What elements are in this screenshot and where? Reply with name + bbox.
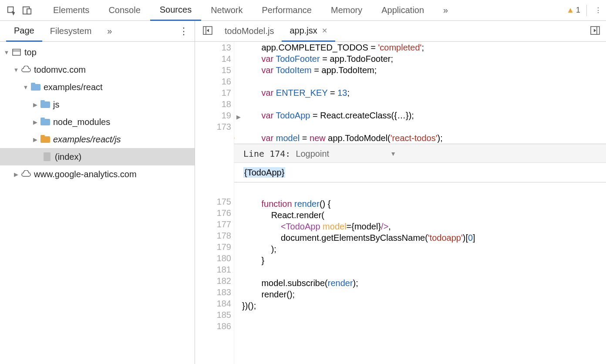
- tree-item-file[interactable]: (index): [0, 148, 195, 165]
- line-number[interactable]: 173: [195, 121, 231, 132]
- cloud-icon: [21, 170, 31, 179]
- line-number[interactable]: 176: [195, 207, 231, 219]
- code-line[interactable]: );: [234, 243, 606, 255]
- logpoint-type-label: Logpoint: [296, 149, 329, 159]
- line-number[interactable]: 181: [195, 264, 231, 275]
- line-number[interactable]: 13: [195, 42, 231, 53]
- fold-marker-icon[interactable]: ▶: [236, 111, 241, 123]
- tree-item-folder[interactable]: ▶ js: [0, 96, 195, 113]
- line-number[interactable]: 178: [195, 230, 231, 241]
- line-number[interactable]: 179: [195, 241, 231, 253]
- code-line[interactable]: <TodoApp model={model}/>,: [234, 221, 606, 232]
- tree-item-top[interactable]: ▼ top: [0, 44, 195, 61]
- navigator-kebab-icon[interactable]: ⋮: [173, 26, 195, 37]
- tab-application[interactable]: Application: [372, 0, 434, 21]
- toggle-navigator-icon[interactable]: [199, 26, 217, 37]
- gutter[interactable]: 13141516171819▶1731741751761771781791801…: [195, 42, 234, 364]
- tree-label: (index): [55, 152, 81, 162]
- window-icon: [11, 48, 22, 57]
- code-lines[interactable]: app.COMPLETED_TODOS = 'completed'; var T…: [234, 42, 606, 364]
- tab-more[interactable]: »: [434, 0, 458, 21]
- line-number[interactable]: 180: [195, 253, 231, 264]
- code-line[interactable]: document.getElementsByClassName('todoapp…: [234, 232, 606, 243]
- chevron-down-icon: ▼: [390, 150, 396, 157]
- tree-label: js: [53, 100, 59, 110]
- file-tab-label: todoModel.js: [225, 26, 274, 36]
- warning-count: 1: [576, 6, 580, 15]
- tree-item-folder[interactable]: ▼ examples/react: [0, 78, 195, 96]
- code-line[interactable]: var TodoFooter = app.TodoFooter;: [234, 53, 606, 64]
- toggle-debugger-icon[interactable]: [586, 26, 606, 37]
- logpoint-panel: Line 174: Logpoint ▼ {TodoApp}: [234, 144, 606, 182]
- line-number[interactable]: 186: [195, 320, 231, 332]
- devtools-top-tabs: Elements Console Sources Network Perform…: [0, 0, 606, 21]
- code-line[interactable]: var TodoItem = app.TodoItem;: [234, 64, 606, 76]
- line-number[interactable]: 177: [195, 219, 231, 230]
- code-line[interactable]: [234, 98, 606, 110]
- expand-arrow-icon: ▼: [13, 67, 19, 73]
- navigator-tab-more[interactable]: »: [99, 21, 120, 42]
- cloud-icon: [21, 65, 31, 74]
- code-line[interactable]: React.render(: [234, 209, 606, 221]
- warnings-badge[interactable]: ▲ 1: [566, 6, 583, 15]
- code-line[interactable]: app.COMPLETED_TODOS = 'completed';: [234, 42, 606, 53]
- line-number[interactable]: 16: [195, 76, 231, 87]
- code-line[interactable]: [234, 187, 606, 198]
- tab-memory[interactable]: Memory: [321, 0, 372, 21]
- tree-item-folder[interactable]: ▶ examples/react/js: [0, 131, 195, 148]
- tree-label: todomvc.com: [34, 65, 86, 75]
- code-line[interactable]: function render() {: [234, 198, 606, 209]
- code-line[interactable]: var ENTER_KEY = 13;: [234, 87, 606, 98]
- file-tab-app[interactable]: app.jsx ✕: [282, 21, 335, 42]
- tab-sources[interactable]: Sources: [150, 0, 201, 21]
- line-number[interactable]: 184: [195, 298, 231, 309]
- code-line[interactable]: [234, 76, 606, 87]
- kebab-menu-icon[interactable]: ⋮: [590, 3, 606, 18]
- inspect-element-icon[interactable]: [3, 3, 19, 18]
- code-line[interactable]: [234, 311, 606, 323]
- tree-item-domain[interactable]: ▼ todomvc.com: [0, 61, 195, 78]
- line-number[interactable]: 18: [195, 98, 231, 110]
- code-line[interactable]: [234, 266, 606, 277]
- file-tab-todomodel[interactable]: todoModel.js: [217, 21, 282, 42]
- tab-network[interactable]: Network: [201, 0, 252, 21]
- close-icon[interactable]: ✕: [322, 27, 327, 35]
- line-number[interactable]: 17: [195, 87, 231, 98]
- navigator-panel: Page Filesystem » ⋮ ▼ top ▼ todomvc.com …: [0, 21, 195, 364]
- code-line[interactable]: [234, 121, 606, 132]
- expand-arrow-icon: ▼: [23, 84, 29, 91]
- collapse-arrow-icon: ▶: [32, 136, 38, 143]
- logpoint-expression-input[interactable]: {TodoApp}: [234, 162, 606, 182]
- line-number[interactable]: 175: [195, 196, 231, 207]
- logpoint-line-label: Line 174:: [243, 148, 290, 159]
- logpoint-type-dropdown[interactable]: Logpoint ▼: [296, 149, 596, 159]
- tree-item-domain[interactable]: ▶ www.google-analytics.com: [0, 165, 195, 183]
- navigator-tab-page[interactable]: Page: [6, 21, 42, 42]
- code-line[interactable]: model.subscribe(render);: [234, 277, 606, 289]
- tree-item-folder[interactable]: ▶ node_modules: [0, 113, 195, 131]
- line-number[interactable]: 14: [195, 53, 231, 64]
- tab-elements[interactable]: Elements: [44, 0, 99, 21]
- file-tree: ▼ top ▼ todomvc.com ▼ examples/react ▶ j…: [0, 42, 195, 364]
- line-number[interactable]: 185: [195, 309, 231, 320]
- line-number[interactable]: 174: [195, 132, 231, 144]
- tab-console[interactable]: Console: [99, 0, 150, 21]
- line-number[interactable]: 183: [195, 286, 231, 298]
- tab-performance[interactable]: Performance: [252, 0, 322, 21]
- warning-icon: ▲: [566, 6, 574, 15]
- code-line[interactable]: var model = new app.TodoModel('react-tod…: [234, 132, 606, 144]
- device-toolbar-icon[interactable]: [19, 3, 35, 18]
- file-tabs: todoModel.js app.jsx ✕: [195, 21, 606, 42]
- line-number[interactable]: 182: [195, 275, 231, 286]
- line-number[interactable]: 19▶: [195, 110, 231, 121]
- tree-label: node_modules: [53, 117, 110, 127]
- line-number[interactable]: 15: [195, 64, 231, 76]
- tree-label: www.google-analytics.com: [34, 169, 137, 179]
- navigator-tab-filesystem[interactable]: Filesystem: [42, 21, 100, 42]
- code-line[interactable]: })();: [234, 300, 606, 311]
- code-line[interactable]: render();: [234, 289, 606, 300]
- folder-icon: [40, 118, 50, 126]
- code-line[interactable]: var TodoApp = React.createClass({…});: [234, 110, 606, 121]
- code-line[interactable]: }: [234, 255, 606, 266]
- code-editor[interactable]: 13141516171819▶1731741751761771781791801…: [195, 42, 606, 364]
